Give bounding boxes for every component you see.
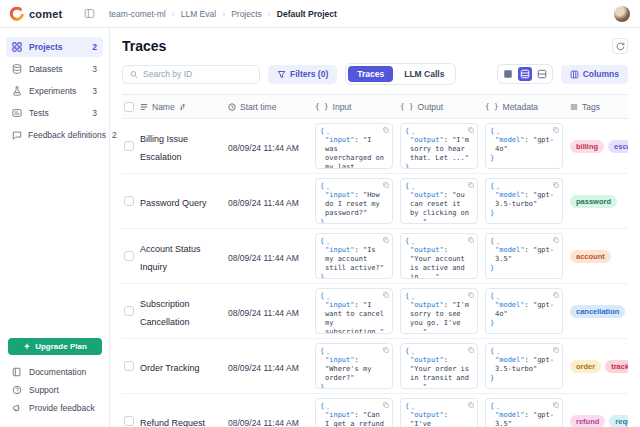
chevron-down-icon[interactable]: ⌄ <box>411 347 415 356</box>
sidebar-item-tests[interactable]: Tests 3 <box>6 103 103 123</box>
column-header-output[interactable]: Output <box>418 102 444 112</box>
metadata-json-cell[interactable]: {⌄ "model": "gpt-3.5-turbo" } <box>485 343 563 389</box>
column-header-metadata[interactable]: Metadata <box>503 102 538 112</box>
copy-icon[interactable] <box>553 182 559 188</box>
copy-icon[interactable] <box>383 402 389 408</box>
chevron-down-icon[interactable]: ⌄ <box>326 347 330 356</box>
copy-icon[interactable] <box>553 402 559 408</box>
trace-name[interactable]: Subscription Cancellation <box>140 299 190 327</box>
column-header-name[interactable]: Name <box>152 102 175 112</box>
copy-icon[interactable] <box>468 182 474 188</box>
chevron-down-icon[interactable]: ⌄ <box>496 237 500 246</box>
tag-pill[interactable]: order <box>570 360 601 373</box>
output-json-cell[interactable]: {⌄ "output": "I've submitted your refund… <box>400 398 478 427</box>
density-compact-icon[interactable] <box>501 67 515 81</box>
copy-icon[interactable] <box>468 402 474 408</box>
sidebar-item-experiments[interactable]: Experiments 3 <box>6 81 103 101</box>
input-json-cell[interactable]: {⌄ "input": "Can I get a refund for my l… <box>315 398 393 427</box>
chevron-down-icon[interactable]: ⌄ <box>326 402 330 411</box>
chevron-down-icon[interactable]: ⌄ <box>326 127 330 136</box>
search-input[interactable] <box>143 69 252 79</box>
breadcrumb-section[interactable]: LLM Eval <box>181 9 216 19</box>
sidebar-item-projects[interactable]: Projects 2 <box>6 37 103 57</box>
copy-icon[interactable] <box>553 237 559 243</box>
metadata-json-cell[interactable]: {⌄ "model": "gpt-4o" } <box>485 123 563 169</box>
input-json-cell[interactable]: {⌄ "input": "Where's my order?" } <box>315 343 393 389</box>
input-json-cell[interactable]: {⌄ "input": "I want to cancel my subscri… <box>315 288 393 334</box>
sidebar-item-datasets[interactable]: Datasets 3 <box>6 59 103 79</box>
trace-name[interactable]: Refund Request <box>140 418 205 427</box>
comet-logo[interactable]: comet <box>10 7 84 21</box>
chevron-down-icon[interactable]: ⌄ <box>496 182 500 191</box>
filters-button[interactable]: Filters (0) <box>268 65 337 84</box>
copy-icon[interactable] <box>468 347 474 353</box>
table-row[interactable]: Refund Request 08/09/24 11:44 AM {⌄ "inp… <box>122 394 628 427</box>
select-all-checkbox[interactable] <box>124 102 134 112</box>
table-row[interactable]: Order Tracking 08/09/24 11:44 AM {⌄ "inp… <box>122 339 628 394</box>
tag-pill[interactable]: cancellation <box>570 305 625 318</box>
chevron-down-icon[interactable]: ⌄ <box>411 292 415 301</box>
output-json-cell[interactable]: {⌄ "output": "Your account is active and… <box>400 233 478 279</box>
copy-icon[interactable] <box>383 237 389 243</box>
table-row[interactable]: Subscription Cancellation 08/09/24 11:44… <box>122 284 628 339</box>
copy-icon[interactable] <box>383 292 389 298</box>
metadata-json-cell[interactable]: {⌄ "model": "gpt-4o" } <box>485 288 563 334</box>
copy-icon[interactable] <box>553 347 559 353</box>
trace-name[interactable]: Password Query <box>140 198 207 208</box>
copy-icon[interactable] <box>553 292 559 298</box>
sidebar-item-documentation[interactable]: Documentation <box>0 363 109 381</box>
copy-icon[interactable] <box>383 127 389 133</box>
metadata-json-cell[interactable]: {⌄ "model": "gpt-3.5" } <box>485 398 563 427</box>
output-json-cell[interactable]: {⌄ "output": "Your order is in transit a… <box>400 343 478 389</box>
density-medium-icon[interactable] <box>518 67 532 81</box>
search-box[interactable] <box>122 65 260 84</box>
tag-pill[interactable]: requ <box>609 415 628 427</box>
chevron-down-icon[interactable]: ⌄ <box>496 347 500 356</box>
sidebar-collapse-icon[interactable] <box>84 8 95 19</box>
tag-pill[interactable]: billing <box>570 140 604 153</box>
breadcrumb-workspace[interactable]: team-comet-ml <box>109 9 166 19</box>
copy-icon[interactable] <box>383 182 389 188</box>
output-json-cell[interactable]: {⌄ "output": "I'm sorry to see you go. I… <box>400 288 478 334</box>
tag-pill[interactable]: refund <box>570 415 605 427</box>
sidebar-item-feedback-definitions[interactable]: Feedback definitions 2 <box>6 125 103 145</box>
trace-name[interactable]: Account Status Inquiry <box>140 244 201 272</box>
row-checkbox[interactable] <box>124 251 134 261</box>
tab-traces[interactable]: Traces <box>348 66 393 82</box>
copy-icon[interactable] <box>468 292 474 298</box>
sort-icon[interactable] <box>179 103 186 111</box>
output-json-cell[interactable]: {⌄ "output": "ou can reset it by clickin… <box>400 178 478 224</box>
input-json-cell[interactable]: {⌄ "input": "I was overcharged on my las… <box>315 123 393 169</box>
output-json-cell[interactable]: {⌄ "output": "I'm sorry to hear that. Le… <box>400 123 478 169</box>
row-checkbox[interactable] <box>124 141 134 151</box>
trace-name[interactable]: Billing Issue Escalation <box>140 134 188 162</box>
chevron-down-icon[interactable]: ⌄ <box>496 292 500 301</box>
table-row[interactable]: Billing Issue Escalation 08/09/24 11:44 … <box>122 119 628 174</box>
tag-pill[interactable]: track <box>605 360 628 373</box>
chevron-down-icon[interactable]: ⌄ <box>411 237 415 246</box>
chevron-down-icon[interactable]: ⌄ <box>411 182 415 191</box>
chevron-down-icon[interactable]: ⌄ <box>496 127 500 136</box>
copy-icon[interactable] <box>383 347 389 353</box>
refresh-button[interactable] <box>612 38 628 54</box>
row-checkbox[interactable] <box>124 306 134 316</box>
input-json-cell[interactable]: {⌄ "input": "How do I reset my password?… <box>315 178 393 224</box>
breadcrumb-projects[interactable]: Projects <box>231 9 262 19</box>
trace-name[interactable]: Order Tracking <box>140 363 200 373</box>
copy-icon[interactable] <box>468 127 474 133</box>
column-header-start-time[interactable]: Start time <box>240 102 276 112</box>
row-checkbox[interactable] <box>124 196 134 206</box>
sidebar-item-provide-feedback[interactable]: Provide feedback <box>0 399 109 417</box>
density-large-icon[interactable] <box>535 67 549 81</box>
chevron-down-icon[interactable]: ⌄ <box>411 127 415 136</box>
table-row[interactable]: Password Query 08/09/24 11:44 AM {⌄ "inp… <box>122 174 628 229</box>
row-checkbox[interactable] <box>124 361 134 371</box>
copy-icon[interactable] <box>468 237 474 243</box>
copy-icon[interactable] <box>553 127 559 133</box>
chevron-down-icon[interactable]: ⌄ <box>496 402 500 411</box>
upgrade-plan-button[interactable]: Upgrade Plan <box>8 338 102 355</box>
row-checkbox[interactable] <box>124 416 134 426</box>
column-header-tags[interactable]: Tags <box>582 102 600 112</box>
chevron-down-icon[interactable]: ⌄ <box>326 292 330 301</box>
table-row[interactable]: Account Status Inquiry 08/09/24 11:44 AM… <box>122 229 628 284</box>
